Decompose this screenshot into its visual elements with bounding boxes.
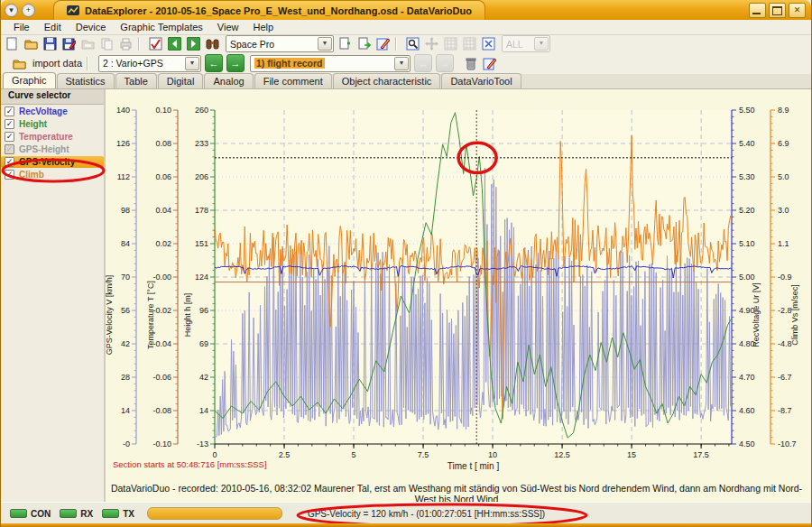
print-icon[interactable] [118,36,134,51]
edit-record-icon[interactable] [482,56,497,71]
svg-text:178: 178 [195,206,208,215]
menu-help[interactable]: Help [246,21,281,33]
svg-text:6.9: 6.9 [778,139,789,148]
svg-text:96: 96 [199,306,208,315]
menu-edit[interactable]: Edit [37,21,69,33]
svg-text:0: 0 [212,450,217,459]
svg-text:42: 42 [121,339,130,348]
prev-channel-button[interactable]: ← [205,54,223,72]
checkbox[interactable]: ✓ [5,144,14,154]
svg-text:-0.02: -0.02 [152,306,171,315]
next-record-button[interactable]: → [436,54,454,72]
prev-device-icon[interactable] [167,36,182,51]
record-combo[interactable]: 1) flight record ▼ [250,55,411,72]
save-as-icon[interactable] [61,36,77,51]
svg-text:0.10: 0.10 [155,106,171,115]
svg-text:RecVoltage Ur [V]: RecVoltage Ur [V] [752,282,761,347]
tab-datavariotool[interactable]: DataVarioTool [441,73,521,88]
svg-text:Height h [m]: Height h [m] [183,293,192,337]
svg-text:-0.00: -0.00 [152,273,171,282]
import-data-icon [12,56,27,71]
svg-text:112: 112 [117,172,130,181]
svg-text:260: 260 [195,106,208,115]
menu-bar: FileEditDeviceGraphic TemplatesViewHelp [1,20,811,35]
copy-graphics-icon[interactable] [99,36,115,51]
tab-analog[interactable]: Analog [204,73,253,88]
minimize-button[interactable] [749,3,766,18]
device-settings-icon[interactable] [148,36,163,51]
menu-device[interactable]: Device [69,21,114,33]
device-combo[interactable]: Space Pro ▼ [226,35,334,52]
delete-record-icon[interactable] [463,56,478,71]
menu-graphic-templates[interactable]: Graphic Templates [113,21,210,33]
import-data-button[interactable]: import data [8,56,82,71]
channel-combo[interactable]: 2 : Vario+GPS ▼ [98,55,201,72]
chevron-down-icon[interactable]: ▼ [185,57,199,70]
svg-text:4.70: 4.70 [739,373,755,382]
chevron-down-icon[interactable]: ▼ [394,57,409,70]
section-start-note: Section starts at 50:48:716 [mm:ss:SSS] [113,459,267,469]
checkbox[interactable]: ✓ [5,132,14,142]
pan-icon[interactable] [424,36,439,51]
curve-item-climb[interactable]: ✓ Climb [1,169,104,180]
curve-item-temperature[interactable]: ✓ Temperature [1,131,104,143]
checkbox[interactable]: ✓ [5,119,14,129]
cut-right-icon[interactable] [462,36,477,51]
svg-text:8.9: 8.9 [778,106,789,115]
graphic-canvas[interactable]: 2010-05-16 Space Pro E - 1) flight recor… [106,89,812,502]
checkbox[interactable]: ✓ [5,157,14,167]
tab-object-characteristic[interactable]: Object characteristic [333,73,441,88]
menu-file[interactable]: File [6,21,37,33]
menu-view[interactable]: View [210,21,246,33]
close-button[interactable]: ✕ [789,3,806,18]
next-channel-button[interactable]: → [226,54,245,72]
curve-item-gps-height[interactable]: ✓ GPS-Height [1,143,104,155]
tab-graphic[interactable]: Graphic [3,72,56,88]
svg-text:4.50: 4.50 [739,439,755,448]
save-template-icon[interactable] [80,36,96,51]
curve-item-height[interactable]: ✓ Height [1,118,104,130]
open-file-icon[interactable] [23,36,39,51]
window-menu-button[interactable]: + [22,4,35,17]
svg-text:4.60: 4.60 [739,406,755,415]
chevron-down-icon[interactable]: ▼ [318,37,332,51]
status-bar: CONRXTX GPS-Velocity = 120 km/h - (01:00… [1,502,811,524]
tab-table[interactable]: Table [115,73,157,88]
svg-text:151: 151 [195,239,208,248]
svg-text:-10.7: -10.7 [778,439,797,448]
tab-statistics[interactable]: Statistics [57,73,115,88]
fit-into-window-icon[interactable] [481,36,496,51]
checkbox[interactable]: ✓ [5,106,14,116]
maximize-button[interactable] [769,3,786,18]
window-shade-button[interactable]: ▾ [5,4,18,17]
export-file-icon[interactable] [356,36,372,51]
title-bar[interactable]: ▾ + DataExplorer - 2010-05-16_Space Pro_… [1,0,811,21]
svg-text:206: 206 [195,172,208,181]
device-selection-icon[interactable] [205,36,220,51]
tab-digital[interactable]: Digital [158,73,204,88]
svg-text:0.08: 0.08 [155,139,171,148]
curve-item-recvoltage[interactable]: ✓ RecVoltage [1,106,104,117]
svg-text:Time t [ min ]: Time t [ min ] [448,461,500,471]
svg-text:5.40: 5.40 [739,139,755,148]
curve-selector-header: Curve selector [1,89,104,105]
svg-text:5.0: 5.0 [778,172,789,181]
checkbox[interactable]: ✓ [5,170,14,180]
record-name: 1) flight record [254,58,325,69]
tab-file-comment[interactable]: File comment [254,73,332,88]
new-file-icon[interactable] [5,36,20,51]
status-message: GPS-Velocity = 120 km/h - (01:00:27:051 … [299,507,554,521]
edit-file-icon[interactable] [375,36,391,51]
save-file-icon[interactable] [42,36,58,51]
prev-record-button[interactable]: ← [414,54,432,72]
svg-text:0.02: 0.02 [155,239,171,248]
curve-selector-panel: Curve selector ✓ RecVoltage ✓ Height ✓ T… [1,89,106,502]
zoom-window-icon[interactable] [405,36,420,51]
led-indicator [10,509,27,518]
scope-combo[interactable]: ALL ▼ [502,35,550,52]
svg-text:Temperature T [°C]: Temperature T [°C] [146,281,155,349]
cut-left-icon[interactable] [443,36,458,51]
import-file-icon[interactable] [337,36,353,51]
curve-item-gps-velocity[interactable]: ✓ GPS-Velocity [1,156,104,168]
next-device-icon[interactable] [186,36,201,51]
